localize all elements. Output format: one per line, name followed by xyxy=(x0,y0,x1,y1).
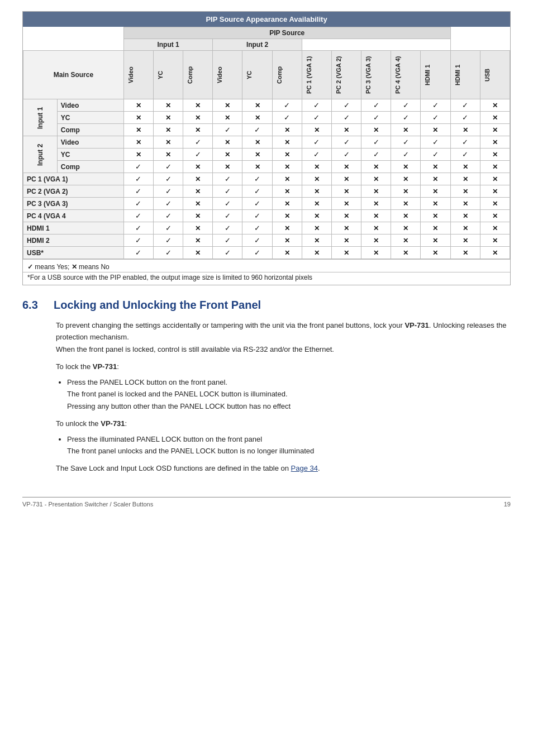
unlock-bullets: Press the illuminated PANEL LOCK button … xyxy=(67,433,511,457)
row-label-video2: Video xyxy=(57,136,123,149)
col-video1: Video xyxy=(126,52,135,97)
row-label-usb: USB* xyxy=(23,247,124,259)
row-label-pc1: PC 1 (VGA 1) xyxy=(23,173,124,185)
table-row: HDMI 1 ✓✓✕ ✓✓✕ ✕✕✕ ✕✕✕ ✕ xyxy=(23,222,510,235)
col-hdmi1: HDMI 1 xyxy=(423,52,432,97)
main-source-label: Main Source xyxy=(23,51,124,99)
table-row: PC 3 (VGA 3) ✓✓✕ ✓✓✕ ✕✕✕ ✕✕✕ ✕ xyxy=(23,198,510,210)
col-pc1: PC 1 (VGA 1) xyxy=(304,52,313,97)
list-item: Press the illuminated PANEL LOCK button … xyxy=(67,433,511,457)
table-row: Input 1 Video ✕✕✕ ✕✕✓ ✓✓✓ ✓✓✓ ✕ xyxy=(23,99,510,112)
input1-group-label: Input 1 xyxy=(23,99,58,136)
footer-right: 19 xyxy=(504,501,511,508)
table-row: Input 2 Video ✕✕✓ ✕✕✕ ✓✓✓ ✓✓✓ ✕ xyxy=(23,136,510,149)
intro-paragraph: To prevent changing the settings acciden… xyxy=(56,319,511,355)
save-lock-paragraph: The Save Lock and Input Lock OSD functio… xyxy=(56,462,511,474)
section-number: 6.3 xyxy=(22,299,45,312)
row-label-yc1: YC xyxy=(57,112,123,124)
table-row: PC 1 (VGA 1) ✓✓✕ ✓✓✕ ✕✕✕ ✕✕✕ ✕ xyxy=(23,173,510,185)
row-label-yc2: YC xyxy=(57,149,123,161)
col-comp1: Comp xyxy=(185,52,194,97)
col-video2: Video xyxy=(215,52,224,97)
list-item: Press the PANEL LOCK button on the front… xyxy=(67,376,511,412)
pip-table: PIP Source Appearance Availability PIP S… xyxy=(22,11,511,285)
table-row: PC 2 (VGA 2) ✓✓✕ ✓✓✕ ✕✕✕ ✕✕✕ ✕ xyxy=(23,185,510,198)
col-usb: USB xyxy=(483,52,492,97)
lock-heading: To lock the VP-731: xyxy=(56,361,511,372)
row-label-pc4: PC 4 (VGA 4 xyxy=(23,210,124,222)
footer-left: VP-731 - Presentation Switcher / Scaler … xyxy=(22,501,153,508)
col-comp2: Comp xyxy=(275,52,284,97)
input1-header: Input 1 xyxy=(123,39,212,51)
row-label-pc3: PC 3 (VGA 3) xyxy=(23,198,124,210)
pip-availability-table: PIP Source Input 1 Input 2 Main Source V… xyxy=(23,27,510,259)
pip-source-header: PIP Source xyxy=(123,27,450,39)
page34-link[interactable]: Page 34 xyxy=(291,464,318,472)
section-body: To prevent changing the settings acciden… xyxy=(56,319,511,475)
col-pc4: PC 4 (VGA 4) xyxy=(393,52,402,97)
section-title: Locking and Unlocking the Front Panel xyxy=(54,299,261,312)
col-yc2: YC xyxy=(245,52,254,97)
footnote-asterisk: *For a USB source with the PIP enabled, … xyxy=(23,272,510,285)
lock-sub1: The front panel is locked and the PANEL … xyxy=(67,388,511,400)
unlock-heading: To unlock the VP-731: xyxy=(56,418,511,429)
footnote-check: ✓ means Yes; ✕ means No xyxy=(23,259,510,272)
lock-bullets: Press the PANEL LOCK button on the front… xyxy=(67,376,511,412)
table-row: HDMI 2 ✓✓✕ ✓✓✕ ✕✕✕ ✕✕✕ ✕ xyxy=(23,235,510,247)
page-footer: VP-731 - Presentation Switcher / Scaler … xyxy=(22,497,511,508)
table-title: PIP Source Appearance Availability xyxy=(23,12,510,27)
table-row: USB* ✓✓✕ ✓✓✕ ✕✕✕ ✕✕✕ ✕ xyxy=(23,247,510,259)
row-label-hdmi1: HDMI 1 xyxy=(23,222,124,235)
row-label-comp1: Comp xyxy=(57,124,123,136)
table-row: YC ✕✕✕ ✕✕✓ ✓✓✓ ✓✓✓ ✕ xyxy=(23,112,510,124)
col-pc3: PC 3 (VGA 3) xyxy=(364,52,373,97)
table-row: PC 4 (VGA 4 ✓✓✕ ✓✓✕ ✕✕✕ ✕✕✕ ✕ xyxy=(23,210,510,222)
lock-sub2: Pressing any button other than the PANEL… xyxy=(67,400,511,412)
table-row: Comp ✕✕✕ ✓✓✕ ✕✕✕ ✕✕✕ ✕ xyxy=(23,124,510,136)
table-row: YC ✕✕✓ ✕✕✕ ✓✓✓ ✓✓✓ ✕ xyxy=(23,149,510,161)
section-63: 6.3 Locking and Unlocking the Front Pane… xyxy=(22,299,511,475)
row-label-pc2: PC 2 (VGA 2) xyxy=(23,185,124,198)
col-yc1: YC xyxy=(156,52,165,97)
col-pc2: PC 2 (VGA 2) xyxy=(334,52,343,97)
input2-group-label: Input 2 xyxy=(23,136,58,173)
input2-header: Input 2 xyxy=(213,39,302,51)
col-hdmi1b: HDMI 1 xyxy=(453,52,462,97)
row-label-hdmi2: HDMI 2 xyxy=(23,235,124,247)
row-label-comp2: Comp xyxy=(57,161,123,173)
row-label-video1: Video xyxy=(57,99,123,112)
unlock-sub1: The front panel unlocks and the PANEL LO… xyxy=(67,445,511,457)
table-row: Comp ✓✓✕ ✕✕✕ ✕✕✕ ✕✕✕ ✕ xyxy=(23,161,510,173)
